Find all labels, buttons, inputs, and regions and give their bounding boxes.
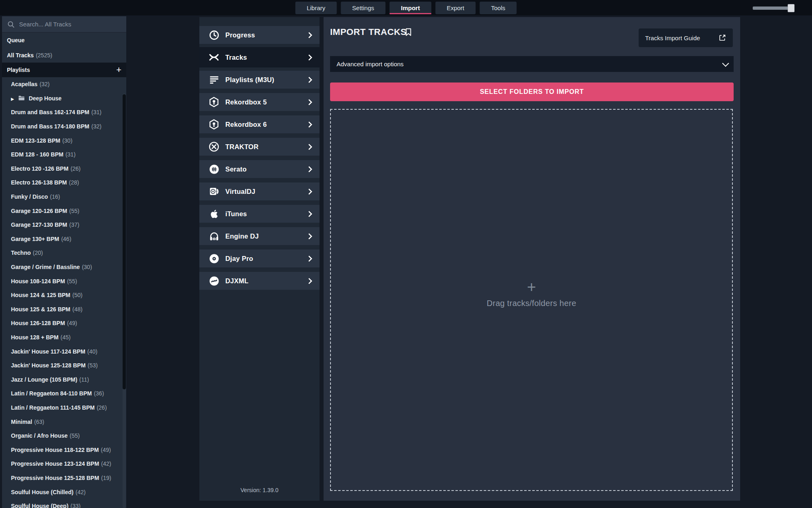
import-source-item[interactable]: iTunes <box>199 205 320 223</box>
playlist-item[interactable]: Organic / Afro House (55) <box>2 429 126 443</box>
playlist-item[interactable]: House 128 + BPM (45) <box>2 330 126 345</box>
playlist-item[interactable]: House 125 & 126 BPM (48) <box>2 302 126 317</box>
source-label: Serato <box>225 165 247 173</box>
import-source-item[interactable]: Rekordbox 5 <box>199 93 320 111</box>
search-input[interactable] <box>19 21 121 28</box>
playlist-item[interactable]: Jackin' House 125-128 BPM (53) <box>2 358 126 373</box>
playlist-item[interactable]: Minimal (63) <box>2 415 126 429</box>
sidebar: Queue All Tracks (2525) Playlists Acapel… <box>2 16 126 508</box>
import-source-item[interactable]: DJXML <box>199 272 320 290</box>
sidebar-item[interactable]: All Tracks (2525) <box>2 48 126 63</box>
playlist-count: (19) <box>101 475 111 481</box>
search-bar[interactable] <box>2 16 126 33</box>
folder-icon <box>17 95 26 102</box>
source-label: TRAKTOR <box>225 143 259 151</box>
playlist-item[interactable]: Progressive House 125-128 BPM (19) <box>2 471 126 485</box>
select-folders-button[interactable]: SELECT FOLDERS TO IMPORT <box>330 82 734 101</box>
playlist-item[interactable]: Latin / Reggaeton 111-145 BPM (26) <box>2 401 126 415</box>
playlist-item[interactable]: Techno (20) <box>2 246 126 260</box>
playlist-count: (55) <box>69 208 80 214</box>
slider-thumb[interactable] <box>788 4 795 12</box>
playlist-item[interactable]: House 108-124 BPM (55) <box>2 274 126 288</box>
chevron-right-icon <box>306 121 313 128</box>
nav-tab[interactable]: Library <box>295 2 337 14</box>
playlist-count: (28) <box>69 179 79 186</box>
playlist-item[interactable]: Jazz / Lounge (105 BPM) (11) <box>2 372 126 386</box>
playlist-item[interactable]: Latin / Reggaeton 84-110 BPM (36) <box>2 386 126 401</box>
playlist-item[interactable]: Progressive House 118-122 BPM (49) <box>2 443 126 457</box>
chevron-right-icon <box>306 211 313 217</box>
playlist-count: (20) <box>33 250 43 256</box>
add-playlist-button[interactable] <box>116 65 121 74</box>
ui-scale-slider[interactable] <box>753 4 801 12</box>
library-shortcuts: Queue All Tracks (2525) <box>2 33 126 63</box>
advanced-import-options[interactable]: Advanced import options <box>330 56 734 72</box>
import-source-item[interactable]: Serato <box>199 160 320 178</box>
playlist-count: (26) <box>97 404 107 411</box>
playlist-item[interactable]: Electro 120 -126 BPM (26) <box>2 162 126 176</box>
virtualdj-icon <box>208 186 220 197</box>
playlist-item[interactable]: EDM 123-128 BPM (30) <box>2 133 126 148</box>
import-source-item[interactable]: VirtualDJ <box>199 182 320 200</box>
tracks-import-guide-button[interactable]: Tracks Import Guide <box>639 28 733 47</box>
import-source-item[interactable]: Rekordbox 6 <box>199 115 320 133</box>
nav-tab[interactable]: Export <box>435 2 475 14</box>
playlists-header[interactable]: Playlists <box>2 63 126 77</box>
nav-tab[interactable]: Settings <box>341 2 385 14</box>
import-source-item[interactable]: Engine DJ <box>199 227 320 245</box>
playlist-item[interactable]: Deep House <box>2 91 126 106</box>
source-label: Playlists (M3U) <box>225 76 274 84</box>
playlist-item[interactable]: Funky / Disco (16) <box>2 190 126 204</box>
playlist-item[interactable]: Garage 120-126 BPM (55) <box>2 204 126 218</box>
source-label: Tracks <box>225 54 247 61</box>
bookmark-icon[interactable] <box>404 27 413 39</box>
playlist-item[interactable]: Progressive House 123-124 BPM (42) <box>2 457 126 471</box>
playlist-count: (31) <box>65 151 76 158</box>
playlists-header-label: Playlists <box>7 67 30 73</box>
plus-icon: + <box>527 279 536 295</box>
playlist-count: (40) <box>87 348 97 355</box>
playlist-item[interactable]: Drum and Bass 162-174 BPM (31) <box>2 105 126 119</box>
playlist-item[interactable]: Drum and Bass 174-180 BPM (32) <box>2 119 126 134</box>
clock-icon <box>208 29 220 41</box>
playlist-count: (55) <box>67 278 77 284</box>
import-source-item[interactable]: Tracks <box>199 47 320 67</box>
expand-caret-icon[interactable] <box>11 95 14 102</box>
source-label: DJXML <box>225 277 248 285</box>
playlist-item[interactable]: Electro 126-138 BPM (28) <box>2 176 126 190</box>
playlist-count: (30) <box>82 264 92 270</box>
sidebar-item[interactable]: Queue <box>2 33 126 48</box>
chevron-right-icon <box>306 76 313 83</box>
playlist-count: (32) <box>39 81 50 87</box>
playlist-count: (36) <box>94 390 104 397</box>
playlist-item[interactable]: Garage 130+ BPM (46) <box>2 232 126 246</box>
import-source-item[interactable]: TRAKTOR <box>199 138 320 156</box>
playlist-count: (49) <box>101 447 111 453</box>
dropzone[interactable]: + Drag tracks/folders here <box>330 109 733 491</box>
import-source-item[interactable]: Djay Pro <box>199 250 320 267</box>
scrollbar-thumb[interactable] <box>123 94 126 389</box>
source-label: VirtualDJ <box>225 188 255 195</box>
nav-tab[interactable]: Import <box>390 2 432 14</box>
playlist-item[interactable]: House 126-128 BPM (49) <box>2 316 126 330</box>
playlist-count: (46) <box>61 236 71 242</box>
playlist-count: (53) <box>88 362 98 369</box>
source-label: Rekordbox 5 <box>225 98 267 106</box>
playlist-item[interactable]: Acapellas (32) <box>2 77 126 91</box>
playlist-item[interactable]: Soulful House (Deep) (33) <box>2 499 126 508</box>
playlist-item[interactable]: Garage 127-130 BPM (37) <box>2 218 126 232</box>
chevron-down-icon <box>722 60 729 67</box>
playlist-item[interactable]: Jackin' House 117-124 BPM (40) <box>2 344 126 358</box>
playlist-item[interactable]: EDM 128 - 160 BPM (31) <box>2 148 126 162</box>
playlist-scrollbar[interactable] <box>123 93 126 508</box>
playlist-item[interactable]: House 124 & 125 BPM (50) <box>2 288 126 302</box>
import-source-item[interactable]: Progress <box>199 26 320 44</box>
import-source-item[interactable]: Playlists (M3U) <box>199 71 320 89</box>
nav-tab[interactable]: Tools <box>480 2 517 14</box>
playlist-item[interactable]: Garage / Grime / Bassline (30) <box>2 260 126 274</box>
headphones-icon <box>208 230 220 242</box>
playlist-count: (49) <box>67 320 77 326</box>
playlist-count: (63) <box>34 419 44 425</box>
playlist-item[interactable]: Soulful House (Chilled) (42) <box>2 485 126 499</box>
lexicon-tracks-icon <box>208 52 220 63</box>
